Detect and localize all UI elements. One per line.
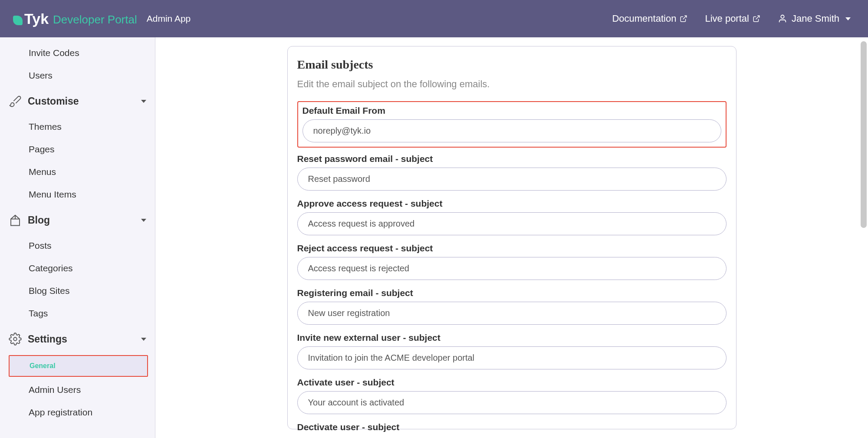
live-portal-label: Live portal	[705, 13, 749, 24]
svg-line-1	[756, 16, 759, 19]
leaf-icon	[13, 16, 23, 25]
svg-point-3	[13, 337, 17, 341]
sidebar-item-posts[interactable]: Posts	[0, 234, 155, 257]
admin-app-label: Admin App	[147, 13, 191, 24]
main: Email subjects Edit the email subject on…	[155, 37, 868, 438]
scrollbar[interactable]	[861, 41, 867, 419]
reject-access-label: Reject access request - subject	[297, 243, 727, 254]
field-group-invite-external: Invite new external user - subject	[297, 333, 727, 369]
sidebar-item-general[interactable]: General	[9, 355, 148, 377]
reset-password-label: Reset password email - subject	[297, 154, 727, 164]
sidebar-item-menu-items[interactable]: Menu Items	[0, 183, 155, 206]
logo-tyk-text: Tyk	[24, 10, 49, 27]
logo[interactable]: Tyk Developer Portal	[13, 10, 137, 27]
external-link-icon	[753, 15, 760, 23]
documentation-link[interactable]: Documentation	[612, 13, 687, 24]
card-subtitle: Edit the email subject on the following …	[297, 79, 727, 90]
approve-access-input[interactable]	[297, 212, 727, 235]
email-subjects-card: Email subjects Edit the email subject on…	[287, 46, 736, 429]
sidebar-item-menus[interactable]: Menus	[0, 161, 155, 183]
sidebar-item-users[interactable]: Users	[0, 64, 155, 87]
svg-line-0	[683, 16, 687, 19]
svg-point-2	[781, 15, 784, 18]
card-title: Email subjects	[297, 58, 727, 72]
sidebar-section-blog[interactable]: Blog	[0, 206, 155, 234]
layout: Invite Codes Users Customise Themes Page…	[0, 37, 868, 438]
chevron-down-icon	[141, 338, 146, 341]
reset-password-input[interactable]	[297, 168, 727, 191]
invite-external-input[interactable]	[297, 346, 727, 369]
field-group-deactivate-user: Dectivate user - subject	[297, 422, 727, 432]
default-email-from-label: Default Email From	[302, 105, 721, 116]
sidebar-item-blog-sites[interactable]: Blog Sites	[0, 280, 155, 302]
registering-input[interactable]	[297, 302, 727, 325]
reject-access-input[interactable]	[297, 257, 727, 280]
field-group-registering: Registering email - subject	[297, 288, 727, 325]
field-group-reject-access: Reject access request - subject	[297, 243, 727, 280]
chevron-down-icon	[141, 219, 146, 222]
field-group-activate-user: Activate user - subject	[297, 377, 727, 414]
sidebar-item-pages[interactable]: Pages	[0, 138, 155, 161]
live-portal-link[interactable]: Live portal	[705, 13, 760, 24]
default-email-from-input[interactable]	[302, 119, 721, 142]
field-group-default-email-from: Default Email From	[297, 101, 727, 148]
sidebar-section-blog-label: Blog	[28, 214, 135, 226]
deactivate-user-label: Dectivate user - subject	[297, 422, 727, 432]
external-link-icon	[680, 15, 687, 23]
header: Tyk Developer Portal Admin App Documenta…	[0, 0, 868, 37]
sidebar-section-settings-label: Settings	[28, 333, 135, 345]
brush-icon	[9, 95, 22, 108]
sidebar-section-customise[interactable]: Customise	[0, 87, 155, 115]
approve-access-label: Approve access request - subject	[297, 198, 727, 209]
user-name: Jane Smith	[792, 13, 839, 24]
gear-icon	[9, 333, 22, 346]
sidebar-item-themes[interactable]: Themes	[0, 115, 155, 138]
sidebar-section-settings[interactable]: Settings	[0, 325, 155, 353]
header-left: Tyk Developer Portal Admin App	[13, 10, 191, 27]
chevron-down-icon	[141, 100, 146, 103]
user-profile-menu[interactable]: Jane Smith	[778, 13, 851, 24]
chevron-down-icon	[845, 17, 851, 20]
logo-tyk: Tyk	[13, 10, 49, 27]
header-right: Documentation Live portal Jane Smith	[612, 13, 851, 24]
registering-label: Registering email - subject	[297, 288, 727, 298]
logo-portal-text: Developer Portal	[53, 13, 137, 26]
blog-icon	[9, 214, 22, 227]
field-group-approve-access: Approve access request - subject	[297, 198, 727, 235]
scrollbar-thumb[interactable]	[861, 41, 867, 228]
activate-user-label: Activate user - subject	[297, 377, 727, 388]
sidebar-item-app-registration[interactable]: App registration	[0, 401, 155, 424]
sidebar-item-admin-users[interactable]: Admin Users	[0, 379, 155, 401]
field-group-reset-password: Reset password email - subject	[297, 154, 727, 191]
documentation-label: Documentation	[612, 13, 676, 24]
sidebar-item-categories[interactable]: Categories	[0, 257, 155, 280]
invite-external-label: Invite new external user - subject	[297, 333, 727, 343]
sidebar-item-invite-codes[interactable]: Invite Codes	[0, 42, 155, 64]
sidebar-section-customise-label: Customise	[28, 96, 135, 107]
activate-user-input[interactable]	[297, 391, 727, 414]
sidebar-item-tags[interactable]: Tags	[0, 302, 155, 325]
sidebar: Invite Codes Users Customise Themes Page…	[0, 37, 155, 438]
user-icon	[778, 14, 787, 23]
